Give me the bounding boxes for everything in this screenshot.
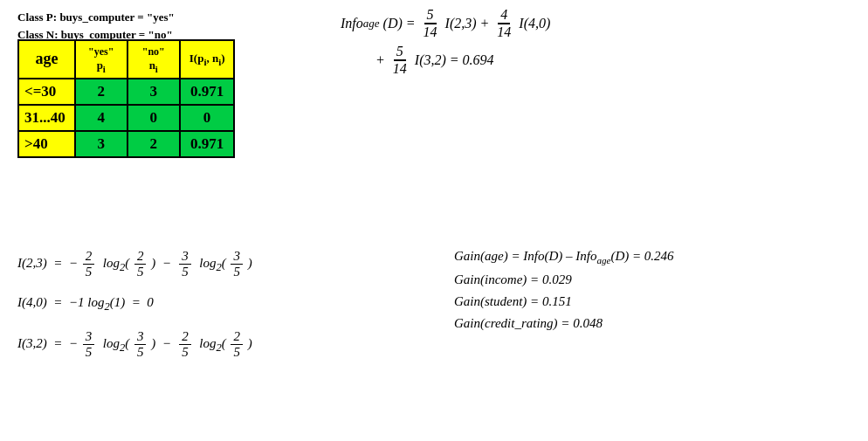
fraction-denominator: 14: [390, 61, 410, 77]
yes-cell-3: 3: [75, 131, 127, 157]
age-cell-3: >40: [18, 131, 75, 157]
formula-i23: I(2,3) = − 2 5 log2( 2 5 ) − 3 5 log2(: [17, 249, 252, 279]
formula-i40: I(4,0) = −1 log2(1) = 0: [17, 295, 252, 314]
info-formula-line2: + 5 14 I(3,2) = 0.694: [375, 44, 550, 77]
fraction-numerator: 4: [498, 7, 510, 24]
info-formula: Info age (D) = 5 14 I(2,3) + 4 14 I(4,0)…: [341, 7, 550, 80]
info-formula-line1: Info age (D) = 5 14 I(2,3) + 4 14 I(4,0): [341, 7, 550, 40]
fraction-denominator: 14: [421, 24, 440, 40]
bottom-left-formulas: I(2,3) = − 2 5 log2( 2 5 ) − 3 5 log2(: [17, 249, 252, 376]
i23-eq: I(2,3) = − 2 5 log2( 2 5 ) − 3 5 log2(: [17, 249, 252, 279]
formula-i32: I(3,2) = − 3 5 log2( 3 5 ) − 2 5 log2(: [17, 329, 252, 360]
i23-label: I(2,3) +: [442, 16, 493, 31]
no-cell-3: 2: [127, 131, 180, 157]
i40-label: I(4,0): [515, 16, 550, 31]
fraction-5-14-1: 5 14: [421, 7, 440, 40]
fraction-4-14: 4 14: [494, 7, 513, 40]
page-container: Class P: buys_computer = "yes" Class N: …: [0, 0, 868, 441]
fraction-numerator: 5: [424, 7, 437, 24]
col-header-no: "no"ni: [127, 40, 180, 79]
info-subscript-age: age: [363, 17, 380, 31]
yes-cell-2: 4: [75, 105, 127, 131]
age-table: age "yes"pi "no"ni I(pi, ni) <=30 2 3 0.…: [17, 39, 235, 158]
class-labels: Class P: buys_computer = "yes" Class N: …: [17, 9, 175, 43]
table-row: >40 3 2 0.971: [18, 131, 234, 157]
info-cell-3: 0.971: [180, 131, 235, 157]
fraction-denominator: 14: [494, 24, 513, 40]
gain-student-row: Gain(student) = 0.151: [454, 294, 674, 309]
age-cell-1: <=30: [18, 79, 75, 105]
no-cell-2: 0: [127, 105, 180, 131]
age-cell-2: 31...40: [18, 105, 75, 131]
yes-cell-1: 2: [75, 79, 127, 105]
gain-credit-text: Gain(credit_rating) = 0.048: [454, 316, 603, 330]
gain-income-text: Gain(income) = 0.029: [454, 272, 572, 286]
table-row: 31...40 4 0 0: [18, 105, 234, 131]
col-header-info: I(pi, ni): [180, 40, 235, 79]
info-d: (D) =: [380, 16, 419, 31]
i32-label: I(3,2) = 0.694: [411, 52, 494, 68]
i32-eq: I(3,2) = − 3 5 log2( 3 5 ) − 2 5 log2(: [17, 329, 252, 360]
gain-age-row: Gain(age) = Info(D) – Infoage(D) = 0.246: [454, 249, 674, 265]
gain-credit-row: Gain(credit_rating) = 0.048: [454, 316, 674, 331]
col-header-age: age: [18, 40, 75, 79]
fraction-5-14-2: 5 14: [390, 44, 410, 77]
gain-age-text: Gain(age) = Info(D) – Infoage(D) = 0.246: [454, 249, 674, 263]
age-table-section: age "yes"pi "no"ni I(pi, ni) <=30 2 3 0.…: [17, 39, 235, 158]
plus-sign: +: [375, 52, 389, 68]
i40-eq: I(4,0) = −1 log2(1) = 0: [17, 295, 154, 314]
table-row: <=30 2 3 0.971: [18, 79, 234, 105]
no-cell-1: 3: [127, 79, 180, 105]
col-header-yes: "yes"pi: [75, 40, 127, 79]
gain-formulas: Gain(age) = Info(D) – Infoage(D) = 0.246…: [454, 249, 674, 338]
info-cell-1: 0.971: [180, 79, 235, 105]
class-p-label: Class P: buys_computer = "yes": [17, 9, 175, 26]
gain-student-text: Gain(student) = 0.151: [454, 294, 572, 308]
info-label: Info: [341, 16, 363, 31]
fraction-numerator: 5: [394, 44, 406, 61]
info-cell-2: 0: [180, 105, 235, 131]
gain-income-row: Gain(income) = 0.029: [454, 272, 674, 287]
